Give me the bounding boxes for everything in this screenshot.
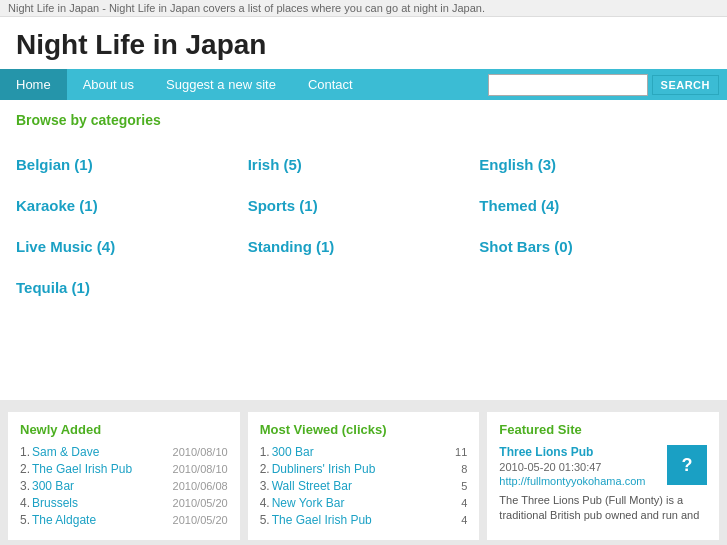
categories-heading: Browse by categories bbox=[16, 112, 711, 128]
site-title: Night Life in Japan bbox=[16, 29, 711, 61]
newly-added-panel: Newly Added 1.Sam & Dave 2010/08/10 2.Th… bbox=[8, 412, 240, 540]
newly-added-link-0[interactable]: Sam & Dave bbox=[32, 445, 99, 459]
most-viewed-link-3[interactable]: New York Bar bbox=[272, 496, 345, 510]
bottom-section: Newly Added 1.Sam & Dave 2010/08/10 2.Th… bbox=[0, 400, 727, 545]
list-item: 2.Dubliners' Irish Pub 8 bbox=[260, 462, 468, 476]
nav-item-contact[interactable]: Contact bbox=[292, 69, 369, 100]
newly-added-link-2[interactable]: 300 Bar bbox=[32, 479, 74, 493]
list-item: 1.300 Bar 11 bbox=[260, 445, 468, 459]
nav-item-home[interactable]: Home bbox=[0, 69, 67, 100]
category-karaoke[interactable]: Karaoke (1) bbox=[16, 185, 248, 226]
list-item: 5.The Gael Irish Pub 4 bbox=[260, 513, 468, 527]
category-shot-bars[interactable]: Shot Bars (0) bbox=[479, 226, 711, 267]
newly-added-title: Newly Added bbox=[20, 422, 228, 437]
most-viewed-link-2[interactable]: Wall Street Bar bbox=[272, 479, 352, 493]
newly-added-list: 1.Sam & Dave 2010/08/10 2.The Gael Irish… bbox=[20, 445, 228, 527]
most-viewed-link-1[interactable]: Dubliners' Irish Pub bbox=[272, 462, 376, 476]
list-item: 4.Brussels 2010/05/20 bbox=[20, 496, 228, 510]
newly-added-link-4[interactable]: The Aldgate bbox=[32, 513, 96, 527]
most-viewed-title: Most Viewed (clicks) bbox=[260, 422, 468, 437]
nav-links: Home About us Suggest a new site Contact bbox=[0, 69, 369, 100]
list-item: 4.New York Bar 4 bbox=[260, 496, 468, 510]
category-standing[interactable]: Standing (1) bbox=[248, 226, 480, 267]
featured-panel: Featured Site ? Three Lions Pub 2010-05-… bbox=[487, 412, 719, 540]
nav-item-about[interactable]: About us bbox=[67, 69, 150, 100]
list-item: 2.The Gael Irish Pub 2010/08/10 bbox=[20, 462, 228, 476]
most-viewed-link-0[interactable]: 300 Bar bbox=[272, 445, 314, 459]
list-item: 3.300 Bar 2010/06/08 bbox=[20, 479, 228, 493]
category-live-music[interactable]: Live Music (4) bbox=[16, 226, 248, 267]
nav-bar: Home About us Suggest a new site Contact… bbox=[0, 69, 727, 100]
newly-added-link-1[interactable]: The Gael Irish Pub bbox=[32, 462, 132, 476]
list-item: 5.The Aldgate 2010/05/20 bbox=[20, 513, 228, 527]
category-sports[interactable]: Sports (1) bbox=[248, 185, 480, 226]
most-viewed-list: 1.300 Bar 11 2.Dubliners' Irish Pub 8 3.… bbox=[260, 445, 468, 527]
category-irish[interactable]: Irish (5) bbox=[248, 144, 480, 185]
featured-title: Featured Site bbox=[499, 422, 707, 437]
categories-grid: Belgian (1) Irish (5) English (3) Karaok… bbox=[16, 144, 711, 308]
header: Night Life in Japan bbox=[0, 17, 727, 69]
most-viewed-link-4[interactable]: The Gael Irish Pub bbox=[272, 513, 372, 527]
featured-img-placeholder: ? bbox=[667, 445, 707, 485]
category-tequila[interactable]: Tequila (1) bbox=[16, 267, 248, 308]
meta-description: Night Life in Japan - Night Life in Japa… bbox=[0, 0, 727, 17]
search-button[interactable]: SEARCH bbox=[652, 75, 719, 95]
category-english[interactable]: English (3) bbox=[479, 144, 711, 185]
most-viewed-panel: Most Viewed (clicks) 1.300 Bar 11 2.Dubl… bbox=[248, 412, 480, 540]
featured-description: The Three Lions Pub (Full Monty) is a tr… bbox=[499, 494, 699, 521]
list-item: 3.Wall Street Bar 5 bbox=[260, 479, 468, 493]
category-belgian[interactable]: Belgian (1) bbox=[16, 144, 248, 185]
main-content: Browse by categories Belgian (1) Irish (… bbox=[0, 100, 727, 400]
search-area: SEARCH bbox=[488, 74, 727, 96]
nav-item-suggest[interactable]: Suggest a new site bbox=[150, 69, 292, 100]
newly-added-link-3[interactable]: Brussels bbox=[32, 496, 78, 510]
category-themed[interactable]: Themed (4) bbox=[479, 185, 711, 226]
search-input[interactable] bbox=[488, 74, 648, 96]
list-item: 1.Sam & Dave 2010/08/10 bbox=[20, 445, 228, 459]
